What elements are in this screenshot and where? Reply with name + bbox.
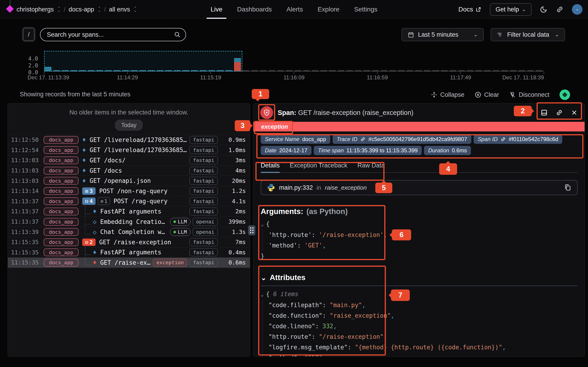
search-input[interactable]: [40, 28, 186, 41]
nav-tab-live[interactable]: Live: [211, 0, 222, 19]
histogram-bar[interactable]: [53, 70, 60, 71]
span-name[interactable]: POST /rag-query: [114, 198, 168, 205]
today-button[interactable]: Today: [115, 120, 143, 131]
histogram-bar[interactable]: [424, 70, 431, 71]
disconnect-button[interactable]: Disconnect: [509, 91, 549, 98]
histogram-bar[interactable]: [191, 70, 198, 71]
nav-tab-settings[interactable]: Settings: [354, 0, 377, 19]
clear-button[interactable]: Clear: [475, 91, 499, 98]
histogram-bar[interactable]: [320, 70, 327, 71]
attributes-heading[interactable]: ⌄ Attributes: [261, 273, 577, 282]
trace-row[interactable]: 11:15:35docs_app♦FastAPI argumentsfastap…: [8, 248, 250, 258]
copy-icon[interactable]: [564, 184, 572, 192]
user-avatar[interactable]: -: [572, 4, 582, 15]
time-range-dropdown[interactable]: Last 5 minutes ⌄: [401, 28, 484, 41]
span-name[interactable]: GET /raise-exception …: [100, 259, 151, 266]
span-name[interactable]: FastAPI arguments: [100, 208, 161, 215]
histogram-bar[interactable]: [294, 70, 301, 71]
nav-tab-alerts[interactable]: Alerts: [286, 0, 303, 19]
histogram-bar[interactable]: [131, 70, 138, 71]
trace-row[interactable]: 11:13:39docs_app◇Chat Completion with '……: [8, 227, 250, 237]
histogram-bar[interactable]: [96, 70, 103, 71]
copy-link-button[interactable]: [556, 6, 564, 13]
get-help-button[interactable]: Get help ⌄: [490, 3, 531, 16]
span-name[interactable]: GET /openapi.json: [90, 177, 151, 184]
histogram-bar[interactable]: [441, 70, 448, 71]
span-name[interactable]: FastAPI arguments: [100, 249, 161, 256]
live-indicator[interactable]: [560, 90, 570, 100]
app-tag[interactable]: docs_app: [44, 248, 78, 256]
tech-tag[interactable]: fastapi: [190, 146, 218, 154]
tech-tag[interactable]: fastapi: [190, 208, 218, 215]
histogram-bar[interactable]: [484, 70, 491, 71]
histogram-bar[interactable]: [79, 70, 86, 71]
histogram-bar[interactable]: [372, 70, 379, 71]
dock-panel-icon[interactable]: [540, 109, 548, 116]
close-icon[interactable]: [571, 109, 578, 116]
histogram-bar[interactable]: [234, 58, 241, 62]
trace-row[interactable]: 11:13:03docs_app♦GET /openapi.jsonfastap…: [8, 176, 250, 186]
app-tag[interactable]: docs_app: [44, 259, 78, 267]
histogram-bar[interactable]: [303, 70, 310, 71]
histogram-bar[interactable]: [277, 70, 284, 71]
nav-tab-explore[interactable]: Explore: [318, 0, 339, 19]
theme-toggle-button[interactable]: [540, 6, 548, 13]
trace-row[interactable]: 11:13:03docs_app♦GET /docsfastapi4ms: [8, 166, 250, 176]
tech-tag[interactable]: fastapi: [190, 167, 218, 175]
chart-plot[interactable]: [44, 51, 544, 72]
histogram-bar[interactable]: [510, 70, 517, 71]
trace-row[interactable]: 11:13:03docs_app♦GET /docs/fastapi3ms: [8, 155, 250, 166]
llm-pill[interactable]: LLM: [170, 218, 190, 226]
histogram-bar[interactable]: [458, 70, 465, 71]
histogram-bar[interactable]: [389, 70, 396, 71]
histogram-bar[interactable]: [113, 70, 120, 71]
trace-row[interactable]: 11:12:54docs_app♦GET /livereload/1270363…: [8, 145, 250, 156]
span-name[interactable]: GET /raise-exception: [99, 239, 171, 246]
histogram-bar[interactable]: [329, 70, 336, 71]
histogram-bar[interactable]: [70, 70, 78, 71]
detail-tab-details[interactable]: Details: [261, 162, 280, 172]
histogram-bar[interactable]: [338, 70, 345, 71]
docs-link[interactable]: Docs: [458, 6, 482, 13]
trace-row[interactable]: 11:13:37docs_app♦FastAPI argumentsfastap…: [8, 206, 250, 217]
trace-row[interactable]: 11:13:14docs_app⊞3POST /non-rag-queryfas…: [8, 186, 250, 196]
app-tag[interactable]: docs_app: [44, 218, 78, 226]
histogram-bar[interactable]: [519, 70, 525, 71]
histogram-bar[interactable]: [432, 70, 439, 71]
tech-tag[interactable]: fastapi: [190, 197, 218, 205]
trace-row[interactable]: 11:12:50docs_app♦GET /livereload/1270363…: [8, 135, 250, 145]
exception-tag[interactable]: exception: [153, 259, 187, 267]
tech-tag[interactable]: fastapi: [190, 156, 218, 164]
collapse-button[interactable]: Collapse: [431, 91, 464, 98]
span-histogram[interactable]: Dec 17. 11:13:3911:14:2911:15:1911:16:09…: [27, 50, 547, 82]
trace-row[interactable]: 11:13:37docs_app⊟4⊘1POST /rag-queryfasta…: [8, 196, 250, 207]
histogram-bar[interactable]: [260, 70, 267, 71]
histogram-bar[interactable]: [346, 70, 353, 71]
hidden-spans-badge[interactable]: ⊘1: [98, 198, 110, 205]
detail-tab-raw-data[interactable]: Raw Data: [357, 162, 385, 172]
app-tag[interactable]: docs_app: [44, 197, 78, 205]
histogram-bar[interactable]: [450, 70, 456, 71]
histogram-bar[interactable]: [268, 70, 275, 71]
histogram-bar[interactable]: [174, 70, 181, 71]
histogram-bar[interactable]: [312, 70, 319, 71]
app-tag[interactable]: docs_app: [44, 156, 78, 164]
app-tag[interactable]: docs_app: [44, 228, 78, 236]
histogram-bar[interactable]: [251, 70, 258, 71]
histogram-bar[interactable]: [380, 70, 388, 71]
histogram-bar[interactable]: [467, 70, 474, 71]
collapse-caret-icon[interactable]: ⌄: [261, 292, 264, 297]
span-name[interactable]: POST /non-rag-query: [99, 188, 167, 194]
histogram-bar[interactable]: [148, 70, 155, 71]
tech-tag[interactable]: fastapi: [190, 248, 218, 256]
histogram-bar[interactable]: [122, 70, 129, 71]
trace-row[interactable]: 11:15:35docs_app♦GET /raise-exception …e…: [8, 258, 250, 268]
app-tag[interactable]: docs_app: [44, 167, 78, 175]
tech-tag[interactable]: openai: [193, 218, 218, 226]
expand-children-badge[interactable]: ⊞3: [82, 187, 95, 195]
app-tag[interactable]: docs_app: [44, 238, 78, 246]
detail-tab-exception-traceback[interactable]: Exception Traceback: [290, 162, 347, 172]
span-name[interactable]: GET /livereload/1270363685/1270…: [90, 136, 187, 143]
histogram-bar[interactable]: [398, 70, 405, 71]
histogram-bar[interactable]: [165, 70, 172, 71]
